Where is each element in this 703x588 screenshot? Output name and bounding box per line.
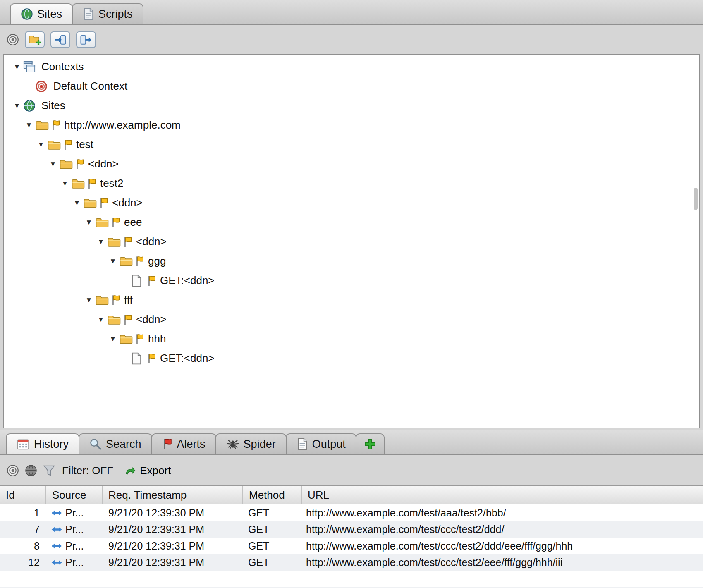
node-label: test2 [100,177,123,190]
tree-node[interactable]: ▼ Sites [4,96,699,115]
tree-node[interactable]: ▼ test [4,135,699,154]
tree-node[interactable]: ▼ fff [4,290,699,310]
tab-scripts[interactable]: Scripts [72,3,143,24]
document-icon [131,352,146,365]
new-context-folder-plus-icon [28,34,41,45]
sites-tree-panel: ▼ Contexts ▼ Default Context ▼ Sites ▼ h… [3,54,700,428]
script-icon [83,8,94,20]
tree-node[interactable]: ▼ eee [4,213,699,232]
tree-node[interactable]: ▼ Contexts [4,57,699,76]
column-header-source[interactable]: Source [46,486,103,504]
expander-icon[interactable]: ▼ [107,335,119,343]
export-arrow-icon [80,34,92,45]
expander-icon[interactable]: ▼ [47,160,59,168]
export-green-arrow-icon [125,465,136,476]
expander-icon[interactable]: ▼ [59,179,71,188]
tab-alerts[interactable]: Alerts [151,433,216,454]
history-table-row[interactable]: 12 Pr... 9/21/20 12:39:31 PM GET http://… [0,554,703,571]
cell-source: Pr... [46,540,103,552]
tree-node[interactable]: ▼ <ddn> [4,154,699,174]
zap-window: Sites Scripts [0,0,703,588]
flag-icon [123,314,133,325]
history-toolbar: Filter: OFF Export [0,456,703,485]
filter-funnel-icon[interactable] [43,464,55,477]
tab-spider[interactable]: Spider [215,433,287,454]
tree-node[interactable]: ▼ ggg [4,251,699,271]
cell-source-label: Pr... [65,507,84,519]
expander-icon[interactable]: ▼ [83,218,95,227]
scope-rings-icon[interactable] [7,33,19,46]
node-label: http://www.example.com [64,119,181,131]
expander-icon[interactable]: ▼ [23,121,35,129]
cell-url: http://www.example.com/test/ccc/test2/ee… [302,557,703,569]
column-header-method[interactable]: Method [243,486,302,504]
history-table-row[interactable]: 7 Pr... 9/21/20 12:39:31 PM GET http://w… [0,521,703,538]
globe-dark-icon[interactable] [25,464,37,477]
column-header-url[interactable]: URL [302,486,703,504]
tab-sites[interactable]: Sites [10,3,73,24]
column-header-id[interactable]: Id [0,486,46,504]
tree-node[interactable]: ▼ <ddn> [4,193,699,213]
folder-icon [95,217,110,228]
expander-icon[interactable]: ▼ [11,102,23,110]
document-icon [297,438,308,450]
folder-icon [71,178,86,189]
cell-id: 7 [0,523,46,535]
flag-icon [111,294,121,306]
history-table: Id Source Req. Timestamp Method URL 1 Pr… [0,485,703,588]
tree-node[interactable]: ▼ <ddn> [4,310,699,329]
flag-icon [87,178,97,189]
tab-label: Search [106,438,141,451]
tab-add[interactable] [356,433,385,454]
tree-node[interactable]: ▼ GET:<ddn> [4,349,699,368]
contexts-icon [23,61,38,73]
node-label: eee [124,216,142,229]
tree-node[interactable]: ▼ GET:<ddn> [4,271,699,290]
folder-icon [107,314,122,325]
history-table-row[interactable]: 8 Pr... 9/21/20 12:39:31 PM GET http://w… [0,538,703,554]
tab-history[interactable]: History [6,433,79,454]
cell-url: http://www.example.com/test/ccc/test2/dd… [302,540,703,552]
tab-label: Output [312,438,346,451]
import-context-button[interactable] [50,31,70,48]
tab-output[interactable]: Output [286,433,356,454]
tree-node[interactable]: ▼ hhh [4,329,699,349]
expander-icon[interactable]: ▼ [95,316,107,324]
folder-icon [119,256,134,267]
tree-node[interactable]: ▼ test2 [4,174,699,193]
tab-label: Spider [244,438,276,451]
tree-node[interactable]: ▼ Default Context [4,76,699,96]
history-table-row[interactable]: 1 Pr... 9/21/20 12:39:30 PM GET http://w… [0,504,703,521]
tree-scrollbar-thumb[interactable] [694,188,698,210]
export-button[interactable]: Export [125,464,171,477]
sites-tree: ▼ Contexts ▼ Default Context ▼ Sites ▼ h… [4,55,699,368]
expander-icon[interactable]: ▼ [107,257,119,265]
column-header-timestamp[interactable]: Req. Timestamp [103,486,243,504]
scope-rings-icon[interactable] [7,464,19,477]
cell-timestamp: 9/21/20 12:39:30 PM [103,507,243,519]
export-context-button[interactable] [76,31,96,48]
cell-id: 12 [0,557,46,569]
new-context-button[interactable] [25,31,45,48]
folder-icon [95,294,110,306]
expander-icon[interactable]: ▼ [71,199,83,207]
plus-icon [364,438,376,450]
export-label: Export [140,464,171,477]
history-table-body: 1 Pr... 9/21/20 12:39:30 PM GET http://w… [0,504,703,588]
folder-icon [47,139,62,151]
tree-node[interactable]: ▼ <ddn> [4,232,699,251]
folder-icon [35,120,50,131]
node-label: <ddn> [88,158,119,170]
expander-icon[interactable]: ▼ [83,296,95,304]
node-label: GET:<ddn> [160,274,215,287]
tab-search[interactable]: Search [79,433,152,454]
expander-icon[interactable]: ▼ [35,141,47,149]
spider-icon [226,438,239,450]
expander-icon[interactable]: ▼ [11,63,23,71]
flag-icon [123,236,133,248]
sites-toolbar [0,26,703,54]
tree-node[interactable]: ▼ http://www.example.com [4,115,699,135]
folder-icon [107,236,122,248]
import-arrow-icon [54,34,67,45]
expander-icon[interactable]: ▼ [95,238,107,246]
